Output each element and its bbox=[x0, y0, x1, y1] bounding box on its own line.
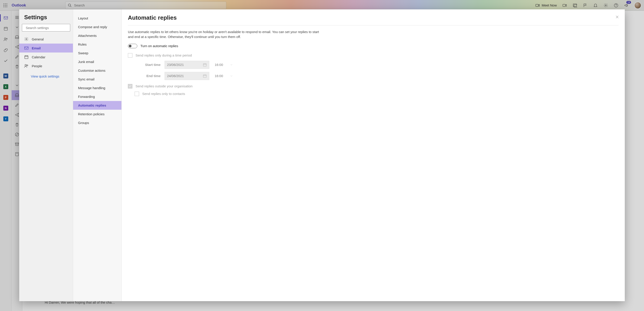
calendar-icon bbox=[24, 55, 28, 59]
calendar-icon bbox=[203, 63, 207, 67]
people-icon bbox=[24, 64, 28, 68]
outside-org-label: Send replies outside your organisation bbox=[136, 84, 192, 88]
start-date-value: 23/06/2021 bbox=[167, 63, 184, 67]
category-label: General bbox=[32, 37, 44, 41]
outside-org-checkbox[interactable] bbox=[128, 84, 132, 88]
settings-search-input[interactable] bbox=[26, 26, 68, 30]
category-label: Email bbox=[32, 46, 41, 50]
settings-category-panel: Settings GeneralEmailCalendarPeople View… bbox=[19, 9, 73, 301]
settings-category-general[interactable]: General bbox=[19, 35, 73, 43]
chevron-down-icon bbox=[230, 74, 233, 77]
settings-option-groups[interactable]: Groups bbox=[73, 118, 122, 127]
settings-title: Settings bbox=[19, 9, 73, 24]
end-time-value: 16:00 bbox=[215, 74, 223, 78]
settings-content-panel: Automatic replies Use automatic replies … bbox=[122, 9, 625, 301]
end-time-label: End time bbox=[134, 74, 162, 78]
category-label: Calendar bbox=[32, 55, 46, 59]
settings-category-email[interactable]: Email bbox=[19, 43, 73, 52]
settings-option-forwarding[interactable]: Forwarding bbox=[73, 92, 122, 101]
view-quick-settings-link[interactable]: View quick settings bbox=[19, 70, 73, 78]
settings-subcategory-panel: LayoutCompose and replyAttachmentsRulesS… bbox=[73, 9, 122, 301]
settings-option-sweep[interactable]: Sweep bbox=[73, 49, 122, 57]
settings-category-people[interactable]: People bbox=[19, 61, 73, 70]
settings-option-compose-and-reply[interactable]: Compose and reply bbox=[73, 22, 122, 31]
settings-option-attachments[interactable]: Attachments bbox=[73, 31, 122, 40]
end-date-value: 24/06/2021 bbox=[167, 74, 184, 78]
auto-replies-toggle[interactable] bbox=[128, 44, 137, 48]
close-button[interactable] bbox=[614, 14, 620, 20]
settings-modal: Settings GeneralEmailCalendarPeople View… bbox=[19, 9, 625, 301]
divider bbox=[128, 25, 618, 25]
settings-option-customise-actions[interactable]: Customise actions bbox=[73, 66, 122, 75]
end-time-select[interactable]: 16:00 bbox=[212, 72, 239, 80]
start-time-value: 16:00 bbox=[215, 63, 223, 67]
start-time-select[interactable]: 16:00 bbox=[212, 61, 239, 69]
time-period-label: Send replies only during a time period bbox=[136, 53, 192, 57]
close-icon bbox=[616, 15, 619, 19]
settings-option-retention-policies[interactable]: Retention policies bbox=[73, 110, 122, 118]
end-date-input[interactable]: 24/06/2021 bbox=[164, 72, 209, 80]
settings-option-automatic-replies[interactable]: Automatic replies bbox=[73, 101, 122, 110]
settings-category-calendar[interactable]: Calendar bbox=[19, 52, 73, 61]
settings-option-rules[interactable]: Rules bbox=[73, 40, 122, 49]
start-date-input[interactable]: 23/06/2021 bbox=[164, 61, 209, 69]
chevron-down-icon bbox=[230, 63, 233, 66]
gear-icon bbox=[24, 37, 28, 41]
mail-icon bbox=[24, 46, 28, 50]
description-text: Use automatic replies to let others know… bbox=[128, 29, 325, 39]
contacts-only-checkbox[interactable] bbox=[134, 92, 139, 96]
time-period-checkbox[interactable] bbox=[128, 53, 132, 58]
toggle-label: Turn on automatic replies bbox=[140, 44, 178, 48]
settings-search-box[interactable] bbox=[22, 24, 70, 31]
start-time-label: Start time bbox=[134, 63, 162, 67]
page-title: Automatic replies bbox=[128, 14, 618, 21]
category-label: People bbox=[32, 64, 42, 68]
check-icon bbox=[128, 85, 132, 88]
contacts-only-label: Send replies only to contacts bbox=[142, 92, 185, 96]
settings-option-junk-email[interactable]: Junk email bbox=[73, 57, 122, 66]
calendar-icon bbox=[203, 74, 207, 78]
settings-option-layout[interactable]: Layout bbox=[73, 14, 122, 22]
settings-option-sync-email[interactable]: Sync email bbox=[73, 75, 122, 84]
settings-option-message-handling[interactable]: Message handling bbox=[73, 84, 122, 92]
